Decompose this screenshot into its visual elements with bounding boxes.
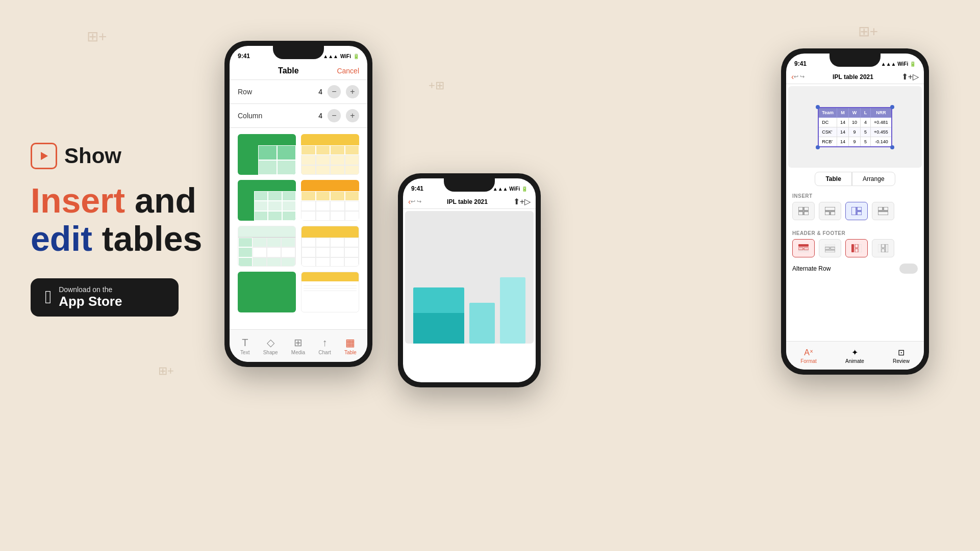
svg-rect-6 [804,207,809,211]
table-style-green-1[interactable] [238,134,296,175]
th-m: M [837,108,849,118]
svg-rect-7 [798,212,803,215]
th-nrr: NRR [871,108,892,118]
nav-text-label: Text [240,350,249,355]
table-style-green-3[interactable] [238,226,296,267]
selection-handle-br[interactable] [890,145,894,149]
toggle-switch[interactable] [899,264,918,274]
svg-rect-17 [878,212,888,215]
insert-icon-3[interactable] [845,202,868,220]
phone3-play[interactable]: ▷ [913,72,919,82]
phone3-screen: 9:41 ▲▲▲ WiFi 🔋 ‹ ↩ ↪ IPL table 2021 ⬆ +… [786,54,924,370]
show-label: Show [64,144,121,168]
table-style-yellow-2[interactable] [301,180,359,221]
appstore-button[interactable]:  Download on the App Store [31,278,179,317]
phone1-status-icons: ▲▲▲ WiFi 🔋 [323,54,359,59]
table-style-green-2[interactable] [238,180,296,221]
insert-icons [792,202,918,220]
svg-rect-18 [798,244,809,247]
td-rcb-team: RCB' [818,137,837,147]
selection-handle-tr[interactable] [890,105,894,109]
col-controls: 4 − + [318,109,359,122]
nav-media-label: Media [291,350,305,355]
animate-icon: ✦ [851,348,858,357]
nav-shape[interactable]: ◇ Shape [263,336,278,355]
add-button[interactable]: + [520,197,524,206]
animate-item[interactable]: ✦ Animate [845,348,864,364]
cancel-button[interactable]: Cancel [337,67,359,75]
alt-row-toggle: Alternate Row [786,260,924,277]
svg-rect-4 [413,313,464,344]
td-rcb-l: 5 [861,137,871,147]
svg-rect-23 [825,247,830,249]
svg-rect-30 [878,244,881,252]
svg-rect-27 [855,244,858,248]
nav-chart-label: Chart [318,350,331,355]
phone3-share[interactable]: ⬆ [901,72,908,82]
col-label: Column [238,112,262,120]
play-button[interactable]: ▷ [524,197,531,206]
table-style-yellow-1[interactable] [301,134,359,175]
nav-text[interactable]: T Text [240,337,249,355]
td-rcb-w: 9 [849,137,861,147]
svg-rect-12 [851,207,856,215]
selection-handle-tl[interactable] [816,105,820,109]
col-increase[interactable]: + [346,109,359,122]
hf-icon-2[interactable] [819,239,841,257]
phone3-doc-area: Team M W L NRR DC 14 10 [788,86,922,168]
insert-section: INSERT [786,190,924,227]
row-controls: 4 − + [318,85,359,98]
chart-icon: ↑ [322,337,328,349]
phone2-time: 9:41 [411,185,423,192]
td-csk-m: 14 [837,127,849,137]
format-item[interactable]: Aˣ Format [800,348,817,364]
nav-table[interactable]: ▦ Table [344,336,357,355]
nav-media[interactable]: ⊞ Media [291,336,305,355]
table-style-yellow-4[interactable] [301,272,359,312]
col-value: 4 [318,112,322,120]
table-style-yellow-3[interactable] [301,226,359,267]
insert-icon-2[interactable] [819,202,841,220]
tab-table[interactable]: Table [815,172,851,186]
phone2-status-icons: ▲▲▲ WiFi 🔋 [493,186,527,192]
th-w: W [849,108,861,118]
phone3-format-bar: Aˣ Format ✦ Animate ⊡ Review [786,341,924,370]
hf-icon-4[interactable] [872,239,894,257]
col-decrease[interactable]: − [328,109,341,122]
hf-icon-1[interactable] [792,239,815,257]
table-style-green-4[interactable] [238,272,296,312]
review-item[interactable]: ⊡ Review [893,348,910,364]
svg-rect-5 [798,207,803,211]
phone3-shell: 9:41 ▲▲▲ WiFi 🔋 ‹ ↩ ↪ IPL table 2021 ⬆ +… [781,48,929,375]
selection-handle-bl[interactable] [816,145,820,149]
hf-icon-3[interactable] [845,239,868,257]
svg-rect-21 [798,251,809,252]
tab-arrange[interactable]: Arrange [852,172,895,186]
row-decrease[interactable]: − [328,85,341,98]
th-team: Team [818,108,837,118]
svg-rect-13 [857,207,862,211]
headline-tables: tables [102,219,203,258]
hf-icons [792,239,918,257]
insert-icon-1[interactable] [792,202,815,220]
phone3-add[interactable]: + [908,72,913,82]
share-button[interactable]: ⬆ [513,197,520,206]
phone3-notch [830,54,881,67]
svg-rect-26 [851,244,854,252]
teal-chart [408,272,531,344]
nav-table-label: Table [344,350,357,355]
svg-rect-29 [859,244,862,252]
insert-icon-4[interactable] [872,202,894,220]
format-icon: Aˣ [804,348,813,357]
ipl-table-container: Team M W L NRR DC 14 10 [818,107,892,147]
nav-chart[interactable]: ↑ Chart [318,337,331,355]
show-icon-box [31,143,57,169]
row-increase[interactable]: + [346,85,359,98]
td-csk-nrr: +0.455 [871,127,892,137]
phone2-screen: 9:41 ▲▲▲ WiFi 🔋 ‹ ↩ ↪ IPL table 2021 ⬆ +… [403,178,536,382]
svg-marker-0 [41,152,48,160]
headline-and: and [135,181,196,220]
td-dc-team: DC [818,117,837,127]
svg-rect-24 [831,247,835,249]
phone1-shell: 9:41 ▲▲▲ WiFi 🔋 - Table Cancel Row 4 − [224,41,372,367]
